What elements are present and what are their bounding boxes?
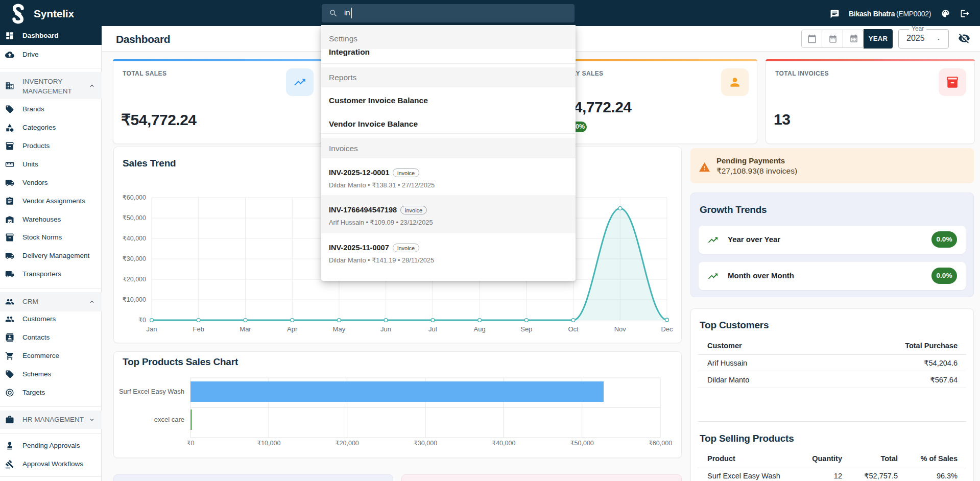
svg-text:May: May <box>333 325 346 333</box>
svg-text:excel care: excel care <box>154 416 184 423</box>
svg-text:Feb: Feb <box>193 325 204 333</box>
svg-text:₹10,000: ₹10,000 <box>123 296 146 303</box>
svg-text:₹0: ₹0 <box>187 440 195 447</box>
svg-text:₹30,000: ₹30,000 <box>123 255 146 262</box>
svg-text:₹60,000: ₹60,000 <box>123 194 146 201</box>
svg-text:Jan: Jan <box>147 325 157 333</box>
svg-text:₹40,000: ₹40,000 <box>123 235 146 242</box>
svg-text:₹0: ₹0 <box>138 317 146 324</box>
svg-text:Sep: Sep <box>520 325 532 333</box>
svg-text:₹20,000: ₹20,000 <box>123 276 146 283</box>
svg-text:Jul: Jul <box>428 325 437 333</box>
svg-text:Jun: Jun <box>380 325 391 333</box>
svg-text:Surf Excel Easy Wash: Surf Excel Easy Wash <box>119 388 184 395</box>
svg-text:₹50,000: ₹50,000 <box>570 440 594 447</box>
svg-text:Dec: Dec <box>661 325 673 333</box>
svg-text:₹40,000: ₹40,000 <box>492 440 515 447</box>
svg-text:₹30,000: ₹30,000 <box>414 440 437 447</box>
svg-text:Aug: Aug <box>474 325 486 333</box>
svg-text:Apr: Apr <box>287 325 298 333</box>
svg-text:₹20,000: ₹20,000 <box>336 440 359 447</box>
svg-text:Nov: Nov <box>614 325 627 333</box>
svg-text:₹10,000: ₹10,000 <box>257 440 280 447</box>
svg-text:Mar: Mar <box>240 325 251 333</box>
svg-text:₹50,000: ₹50,000 <box>123 214 146 222</box>
svg-text:₹60,000: ₹60,000 <box>649 440 672 447</box>
svg-text:Oct: Oct <box>568 325 579 333</box>
